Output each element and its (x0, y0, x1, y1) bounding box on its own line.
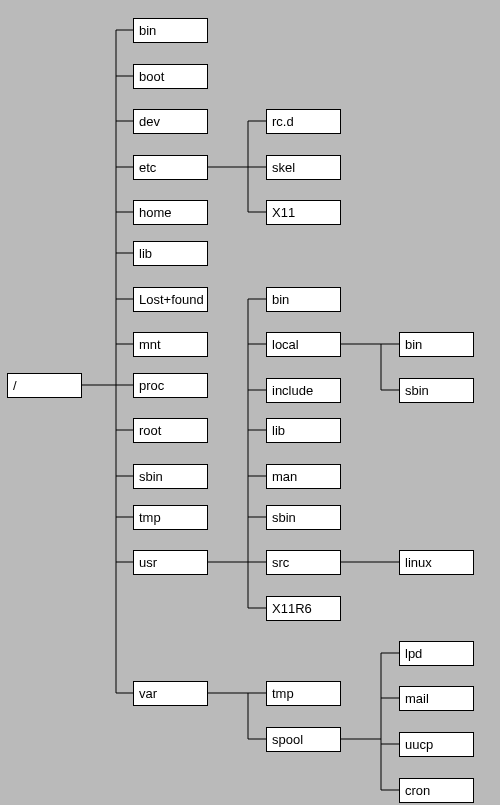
dir-etc-skel: skel (266, 155, 341, 180)
dir-root-dir: root (133, 418, 208, 443)
dir-var-spool: spool (266, 727, 341, 752)
dir-usr-local-sbin: sbin (399, 378, 474, 403)
dir-home: home (133, 200, 208, 225)
dir-root: / (7, 373, 82, 398)
dir-usr-src-linux: linux (399, 550, 474, 575)
dir-bin: bin (133, 18, 208, 43)
dir-usr-lib: lib (266, 418, 341, 443)
dir-sbin: sbin (133, 464, 208, 489)
connector-lines (0, 0, 500, 805)
dir-dev: dev (133, 109, 208, 134)
dir-usr-include: include (266, 378, 341, 403)
dir-usr-x11r6: X11R6 (266, 596, 341, 621)
dir-mnt: mnt (133, 332, 208, 357)
dir-usr-local-bin: bin (399, 332, 474, 357)
dir-var-spool-mail: mail (399, 686, 474, 711)
dir-usr-bin: bin (266, 287, 341, 312)
dir-lostfound: Lost+found (133, 287, 208, 312)
dir-var-spool-uucp: uucp (399, 732, 474, 757)
dir-usr-local: local (266, 332, 341, 357)
dir-etc-rcd: rc.d (266, 109, 341, 134)
dir-etc: etc (133, 155, 208, 180)
dir-var: var (133, 681, 208, 706)
dir-var-tmp: tmp (266, 681, 341, 706)
dir-var-spool-cron: cron (399, 778, 474, 803)
dir-boot: boot (133, 64, 208, 89)
dir-var-spool-lpd: lpd (399, 641, 474, 666)
dir-usr-src: src (266, 550, 341, 575)
dir-usr: usr (133, 550, 208, 575)
dir-lib: lib (133, 241, 208, 266)
dir-tmp: tmp (133, 505, 208, 530)
dir-usr-sbin: sbin (266, 505, 341, 530)
dir-usr-man: man (266, 464, 341, 489)
dir-etc-x11: X11 (266, 200, 341, 225)
dir-proc: proc (133, 373, 208, 398)
